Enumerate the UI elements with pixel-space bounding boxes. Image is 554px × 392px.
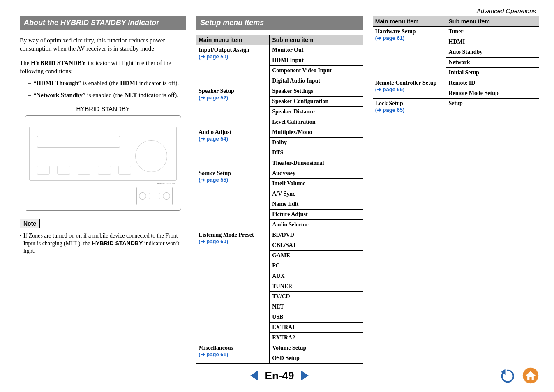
sub-menu-cell: DTS — [270, 148, 363, 158]
main-menu-cell: Input/Output Assign(➜ page 50) — [196, 45, 269, 86]
main-menu-cell: Hardware Setup(➜ page 61) — [373, 27, 446, 78]
sub-menu-cell: Speaker Settings — [270, 86, 363, 97]
text: The — [20, 60, 31, 66]
table-row: Lock Setup(➜ page 65)Setup — [373, 99, 539, 115]
sub-menu-cell: Level Calibration — [270, 117, 363, 127]
sub-menu-cell: Initial Setup — [446, 68, 539, 78]
text-bold: Network Standby — [36, 92, 83, 98]
page-ref-link[interactable]: (➜ page 65) — [375, 86, 443, 92]
sub-menu-cell: USB — [270, 312, 363, 323]
th-sub: Sub menu item — [446, 16, 539, 27]
main-menu-cell: Miscellaneous(➜ page 61) — [196, 343, 269, 364]
sub-menu-cell: EXTRA2 — [270, 333, 363, 343]
table-row: Audio Adjust(➜ page 54)Multiplex/Mono — [196, 127, 362, 138]
bullet-dot: • — [20, 232, 22, 255]
sub-menu-cell: IntelliVolume — [270, 179, 363, 189]
sub-menu-cell: NET — [270, 302, 363, 312]
page-ref-link[interactable]: (➜ page 50) — [199, 53, 267, 60]
sub-menu-cell: Volume Setup — [270, 343, 363, 353]
dash: – — [28, 91, 31, 99]
main-menu-title: Miscellaneous — [199, 345, 267, 351]
main-menu-title: Listening Mode Preset — [199, 232, 267, 238]
th-main: Main menu item — [196, 35, 269, 45]
illustration-caption: HYBRID STANDBY — [20, 105, 186, 112]
page-number-group: En-49 — [250, 369, 309, 382]
text: indicator is off). — [138, 80, 179, 86]
prev-page-icon[interactable] — [250, 371, 258, 380]
sub-menu-cell: CBL/SAT — [270, 240, 363, 251]
sub-menu-cell: TUNER — [270, 281, 363, 292]
sub-menu-cell: GAME — [270, 251, 363, 261]
table-row: Hardware Setup(➜ page 61)Tuner — [373, 27, 539, 37]
sub-menu-cell: Setup — [446, 99, 539, 115]
text-bold: HDMI — [120, 80, 138, 86]
main-menu-title: Source Setup — [199, 170, 267, 177]
page-ref-link[interactable]: (➜ page 61) — [199, 351, 267, 357]
main-menu-cell: Listening Mode Preset(➜ page 60) — [196, 230, 269, 343]
page-ref-link[interactable]: (➜ page 61) — [375, 35, 443, 41]
text: ” is enabled (the — [78, 80, 120, 86]
column-3: Main menu item Sub menu item Hardware Se… — [373, 16, 539, 362]
table-row: Miscellaneous(➜ page 61)Volume Setup — [196, 343, 362, 353]
sub-menu-cell: EXTRA1 — [270, 323, 363, 333]
text-bold: HYBRID STANDBY — [31, 60, 86, 66]
main-menu-title: Audio Adjust — [199, 129, 267, 136]
sub-menu-cell: Dolby — [270, 138, 363, 148]
th-sub: Sub menu item — [270, 35, 363, 45]
setup-menu-table-1: Main menu item Sub menu item Input/Outpu… — [196, 35, 362, 364]
page-ref-link[interactable]: (➜ page 60) — [199, 238, 267, 244]
home-icon[interactable] — [522, 367, 539, 384]
next-page-icon[interactable] — [301, 371, 309, 380]
table-row: Listening Mode Preset(➜ page 60)BD/DVD — [196, 230, 362, 240]
sub-menu-cell: Tuner — [446, 27, 539, 37]
page-number: En-49 — [265, 369, 294, 382]
setup-menu-table-2: Main menu item Sub menu item Hardware Se… — [373, 16, 539, 115]
note-label: Note — [20, 219, 40, 228]
page-ref-link[interactable]: (➜ page 52) — [199, 95, 267, 101]
col1-para1: By way of optimized circuitry, this func… — [20, 36, 186, 53]
bullet-1: –“HDMI Through” is enabled (the HDMI ind… — [28, 79, 186, 88]
column-1: About the HYBRID STANDBY indicator By wa… — [20, 16, 186, 362]
sub-menu-cell: Audyssey — [270, 168, 363, 179]
sub-menu-cell: PC — [270, 261, 363, 271]
table-row: Source Setup(➜ page 55)Audyssey — [196, 168, 362, 179]
sub-menu-cell: Network — [446, 58, 539, 68]
table-row: Remote Controller Setup(➜ page 65)Remote… — [373, 78, 539, 88]
sub-menu-cell: Audio Selector — [270, 220, 363, 230]
text: indicator is off). — [137, 92, 179, 98]
page-footer: En-49 — [20, 363, 539, 388]
section-header: Advanced Operations — [20, 7, 539, 16]
hybrid-standby-label-small: HYBRID STANDBY — [157, 182, 175, 185]
main-menu-cell: Speaker Setup(➜ page 52) — [196, 86, 269, 127]
main-menu-cell: Audio Adjust(➜ page 54) — [196, 127, 269, 168]
table-row: Speaker Setup(➜ page 52)Speaker Settings — [196, 86, 362, 97]
sub-menu-cell: Digital Audio Input — [270, 76, 363, 86]
sub-menu-cell: HDMI — [446, 37, 539, 47]
page-ref-link[interactable]: (➜ page 54) — [199, 136, 267, 142]
col1-heading: About the HYBRID STANDBY indicator — [20, 16, 186, 30]
sub-menu-cell: Picture Adjust — [270, 210, 363, 220]
main-menu-title: Input/Output Assign — [199, 47, 267, 53]
back-icon[interactable] — [498, 367, 515, 384]
sub-menu-cell: Speaker Configuration — [270, 97, 363, 107]
main-menu-title: Lock Setup — [375, 100, 443, 107]
note-body: • If Zones are turned on or, if a mobile… — [20, 232, 186, 255]
text-bold: HYBRID STANDBY — [92, 240, 143, 247]
sub-menu-cell: HDMI Input — [270, 55, 363, 66]
table-row: Input/Output Assign(➜ page 50)Monitor Ou… — [196, 45, 362, 55]
sub-menu-cell: Monitor Out — [270, 45, 363, 55]
th-main: Main menu item — [373, 16, 446, 27]
page-ref-link[interactable]: (➜ page 65) — [375, 107, 443, 113]
main-menu-title: Hardware Setup — [375, 28, 443, 35]
sub-menu-cell: A/V Sync — [270, 189, 363, 199]
page-ref-link[interactable]: (➜ page 55) — [199, 177, 267, 183]
sub-menu-cell: TV/CD — [270, 292, 363, 302]
col1-para2: The HYBRID STANDBY indicator will light … — [20, 59, 186, 76]
text: ” is enabled (the — [83, 92, 125, 98]
sub-menu-cell: Auto Standby — [446, 47, 539, 58]
device-illustration: HYBRID STANDBY — [25, 115, 181, 211]
sub-menu-cell: AUX — [270, 271, 363, 281]
sub-menu-cell: Component Video Input — [270, 66, 363, 76]
sub-menu-cell: Remote Mode Setup — [446, 88, 539, 99]
main-menu-title: Remote Controller Setup — [375, 80, 443, 86]
